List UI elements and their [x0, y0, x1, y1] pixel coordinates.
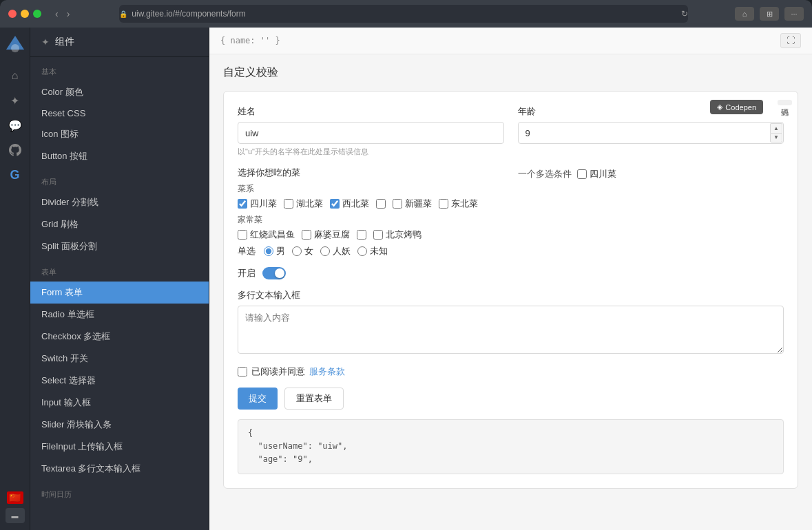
back-button[interactable]: ‹: [52, 7, 61, 21]
codepen-button[interactable]: ◈ Codepen: [710, 100, 763, 114]
submit-button[interactable]: 提交: [238, 388, 278, 410]
num-arrow-up[interactable]: ▲: [770, 123, 782, 133]
sidebar-item-color[interactable]: Color 颜色: [30, 81, 209, 103]
checkbox-fish[interactable]: 红烧武昌鱼: [238, 229, 295, 241]
checkbox-fish-input[interactable]: [238, 230, 247, 240]
radio-transgender[interactable]: 人妖: [320, 245, 351, 257]
checkbox-blank1-input[interactable]: [376, 199, 386, 209]
age-input[interactable]: [518, 122, 784, 144]
flag-icon[interactable]: 🇨🇳: [7, 491, 23, 504]
checkbox-northeast[interactable]: 东北菜: [439, 198, 478, 210]
name-group: 姓名 以"u"开头的名字将在此处显示错误信息: [238, 105, 504, 157]
top-snippet-bar: { name: '' } ⛶: [209, 28, 812, 54]
checkbox-northwest-input[interactable]: [330, 199, 340, 209]
address-bar[interactable]: 🔒 uiw.gitee.io/#/components/form ↻: [119, 5, 688, 23]
multi-cond-label: 一个多选条件: [518, 168, 572, 180]
checkbox-northeast-input[interactable]: [439, 199, 448, 209]
sidebar-item-radio[interactable]: Radio 单选框: [30, 304, 209, 326]
maximize-button[interactable]: [33, 10, 41, 18]
rail-g-icon[interactable]: G: [4, 164, 26, 186]
logo[interactable]: [5, 34, 25, 55]
checkbox-xinjiang-input[interactable]: [393, 199, 402, 209]
section-label-basic: 基本: [30, 57, 209, 81]
traffic-lights: [8, 10, 41, 18]
checkbox-multi-sichuan[interactable]: 四川菜: [577, 168, 616, 180]
terms-link[interactable]: 服务条款: [309, 365, 345, 378]
sidebar-item-input[interactable]: Input 输入框: [30, 392, 209, 414]
dish-row: 选择你想吃的菜 菜系 四川菜 湖北菜 西北菜: [238, 167, 784, 245]
sidebar-item-textarea[interactable]: Textarea 多行文本输入框: [30, 458, 209, 480]
radio-label: 单选: [238, 245, 256, 257]
checkbox-duck[interactable]: 北京烤鸭: [373, 229, 421, 241]
checkbox-blank1[interactable]: [376, 198, 386, 210]
preview-card: ◈ Codepen 源码 姓名 以"u"开头的名字将在此处显示错误信息 年龄: [223, 91, 798, 489]
rail-bottom: 🇨🇳 ▬: [6, 491, 25, 523]
sidebar-item-fileinput[interactable]: FileInput 上传输入框: [30, 436, 209, 458]
codepen-label: Codepen: [725, 103, 756, 112]
source-button[interactable]: 源码: [778, 100, 792, 105]
grid-button[interactable]: ⊞: [760, 7, 779, 21]
rail-github-icon[interactable]: [4, 139, 26, 161]
checkbox-hubei[interactable]: 湖北菜: [284, 198, 323, 210]
radio-unknown[interactable]: 未知: [357, 245, 388, 257]
forward-button[interactable]: ›: [64, 7, 73, 21]
dish-section-label: 选择你想吃的菜: [238, 167, 504, 179]
radio-male-input[interactable]: [264, 246, 273, 256]
checkbox-duck-input[interactable]: [373, 230, 383, 240]
radio-female[interactable]: 女: [292, 245, 313, 257]
checkbox-hubei-input[interactable]: [284, 199, 293, 209]
lock-icon: 🔒: [119, 10, 127, 18]
name-label: 姓名: [238, 105, 504, 118]
close-button[interactable]: [8, 10, 17, 18]
checkbox-blank2-input[interactable]: [357, 230, 366, 240]
name-age-row: 姓名 以"u"开头的名字将在此处显示错误信息 年龄 ▲ ▼: [238, 105, 784, 157]
reload-button[interactable]: ↻: [681, 9, 688, 19]
textarea-input[interactable]: [238, 306, 784, 354]
sidebar-item-form[interactable]: Form 表单: [30, 282, 209, 304]
sidebar-item-slider[interactable]: Slider 滑块输入条: [30, 414, 209, 436]
window-controls-right: ⌂ ⊞ ···: [735, 7, 804, 21]
sidebar-item-checkbox[interactable]: Checkbox 多选框: [30, 326, 209, 348]
checkbox-sichuan-input[interactable]: [238, 199, 247, 209]
radio-male[interactable]: 男: [264, 245, 285, 257]
sidebar-item-switch[interactable]: Switch 开关: [30, 348, 209, 370]
checkbox-multi-sichuan-input[interactable]: [577, 169, 587, 179]
sidebar-item-icon[interactable]: Icon 图标: [30, 123, 209, 145]
checkbox-tofu[interactable]: 麻婆豆腐: [302, 229, 350, 241]
textarea-label: 多行文本输入框: [238, 289, 784, 301]
radio-transgender-input[interactable]: [320, 246, 330, 256]
sidebar-item-button[interactable]: Button 按钮: [30, 145, 209, 167]
toggle-knob: [275, 268, 284, 278]
puzzle-icon: ✦: [41, 36, 50, 47]
sidebar-item-select[interactable]: Select 选择器: [30, 370, 209, 392]
sidebar-item-divider[interactable]: Divider 分割线: [30, 191, 209, 213]
button-row: 提交 重置表单: [238, 388, 784, 410]
sidebar-item-split[interactable]: Split 面板分割: [30, 235, 209, 257]
section-label-datetime: 时间日历: [30, 480, 209, 504]
sidebar-item-reset-css[interactable]: Reset CSS: [30, 103, 209, 123]
radio-unknown-input[interactable]: [357, 246, 367, 256]
num-arrow-down[interactable]: ▼: [770, 133, 782, 143]
checkbox-sichuan[interactable]: 四川菜: [238, 198, 277, 210]
checkbox-blank2[interactable]: [357, 229, 366, 241]
rail-message-icon[interactable]: 💬: [4, 114, 26, 136]
terms-row: 已阅读并同意 服务条款: [238, 365, 784, 378]
rail-home-icon[interactable]: ⌂: [4, 65, 26, 87]
sidebar-item-grid[interactable]: Grid 刷格: [30, 213, 209, 235]
terms-checkbox[interactable]: [238, 367, 247, 377]
codepen-icon: ◈: [717, 103, 722, 112]
toggle-switch[interactable]: [262, 267, 286, 279]
home-button[interactable]: ⌂: [735, 7, 754, 21]
checkbox-northwest[interactable]: 西北菜: [330, 198, 369, 210]
minimize-button[interactable]: [21, 10, 29, 18]
radio-female-input[interactable]: [292, 246, 302, 256]
more-button[interactable]: ···: [784, 7, 804, 21]
reset-button[interactable]: 重置表单: [284, 388, 344, 410]
checkbox-xinjiang[interactable]: 新疆菜: [393, 198, 432, 210]
terminal-icon[interactable]: ▬: [6, 508, 25, 523]
dish-left: 选择你想吃的菜 菜系 四川菜 湖北菜 西北菜: [238, 167, 504, 245]
rail-component-icon[interactable]: ✦: [4, 89, 26, 112]
checkbox-tofu-input[interactable]: [302, 230, 311, 240]
name-input[interactable]: [238, 122, 504, 144]
expand-button[interactable]: ⛶: [780, 33, 801, 48]
